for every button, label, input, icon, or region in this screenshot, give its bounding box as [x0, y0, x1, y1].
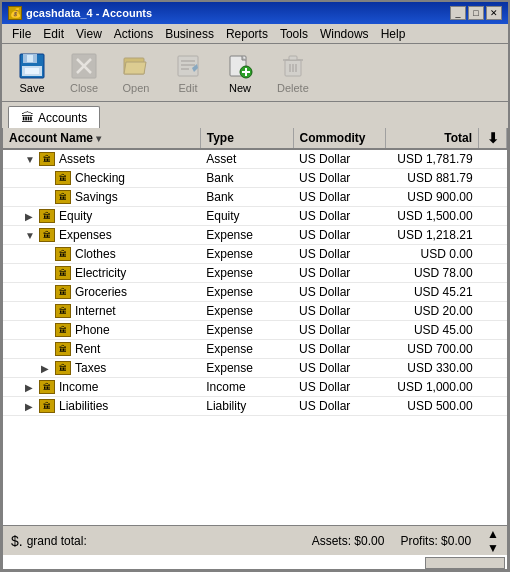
account-sort-8	[479, 302, 507, 321]
close-button[interactable]: ✕	[486, 6, 502, 20]
account-name-11: Taxes	[75, 361, 106, 375]
table-row[interactable]: 🏛 Rent Expense US Dollar USD 700.00	[3, 340, 507, 359]
status-arrow-up[interactable]: ▲▼	[487, 527, 499, 555]
menu-windows[interactable]: Windows	[314, 26, 375, 42]
account-total-2: USD 900.00	[386, 188, 479, 207]
table-row[interactable]: 🏛 Checking Bank US Dollar USD 881.79	[3, 169, 507, 188]
table-row[interactable]: ▼ 🏛 Expenses Expense US Dollar USD 1,218…	[3, 226, 507, 245]
tab-bar: 🏛 Accounts	[2, 102, 508, 128]
save-button[interactable]: Save	[8, 47, 56, 99]
edit-button[interactable]: Edit	[164, 47, 212, 99]
account-name-cell-4: ▼ 🏛 Expenses	[3, 226, 200, 245]
account-commodity-4: US Dollar	[293, 226, 386, 245]
table-row[interactable]: ▶ 🏛 Liabilities Liability US Dollar USD …	[3, 397, 507, 416]
main-window: 💰 gcashdata_4 - Accounts _ □ ✕ File Edit…	[0, 0, 510, 572]
account-name-cell-1: 🏛 Checking	[3, 169, 200, 188]
save-label: Save	[19, 82, 44, 94]
account-total-6: USD 78.00	[386, 264, 479, 283]
account-sort-13	[479, 397, 507, 416]
minimize-button[interactable]: _	[450, 6, 466, 20]
menu-help[interactable]: Help	[375, 26, 412, 42]
expand-icon-0[interactable]: ▼	[25, 154, 37, 165]
menu-business[interactable]: Business	[159, 26, 220, 42]
column-header-name[interactable]: Account Name ▾	[3, 128, 200, 149]
tab-accounts-label: Accounts	[38, 111, 87, 125]
horizontal-scrollbar[interactable]	[425, 557, 505, 569]
account-name-header: Account Name	[9, 131, 93, 145]
expand-icon-11[interactable]: ▶	[41, 363, 53, 374]
account-total-5: USD 0.00	[386, 245, 479, 264]
account-commodity-13: US Dollar	[293, 397, 386, 416]
menu-reports[interactable]: Reports	[220, 26, 274, 42]
total-label: Total	[444, 131, 472, 145]
account-icon-4: 🏛	[39, 228, 55, 242]
table-row[interactable]: 🏛 Groceries Expense US Dollar USD 45.21	[3, 283, 507, 302]
column-header-total[interactable]: Total	[386, 128, 479, 149]
scrollbar-area	[3, 555, 507, 569]
table-row[interactable]: ▶ 🏛 Income Income US Dollar USD 1,000.00	[3, 378, 507, 397]
account-icon-10: 🏛	[55, 342, 71, 356]
account-total-12: USD 1,000.00	[386, 378, 479, 397]
window-title: gcashdata_4 - Accounts	[26, 7, 152, 19]
maximize-button[interactable]: □	[468, 6, 484, 20]
status-right: Assets: $0.00 Profits: $0.00 ▲▼	[312, 527, 499, 555]
account-type-0: Asset	[200, 149, 293, 169]
account-name-13: Liabilities	[59, 399, 108, 413]
table-row[interactable]: 🏛 Electricity Expense US Dollar USD 78.0…	[3, 264, 507, 283]
table-row[interactable]: ▶ 🏛 Taxes Expense US Dollar USD 330.00	[3, 359, 507, 378]
column-header-commodity[interactable]: Commodity	[293, 128, 386, 149]
open-button[interactable]: Open	[112, 47, 160, 99]
account-table[interactable]: Account Name ▾ Type Commodity Total ⬇	[3, 128, 507, 525]
content-area: Account Name ▾ Type Commodity Total ⬇	[2, 128, 508, 570]
account-icon-12: 🏛	[39, 380, 55, 394]
account-icon-1: 🏛	[55, 171, 71, 185]
account-icon-3: 🏛	[39, 209, 55, 223]
expand-icon-3[interactable]: ▶	[25, 211, 37, 222]
table-row[interactable]: ▼ 🏛 Assets Asset US Dollar USD 1,781.79	[3, 149, 507, 169]
expand-icon-4[interactable]: ▼	[25, 230, 37, 241]
account-type-10: Expense	[200, 340, 293, 359]
grand-total-icon: $.	[11, 533, 23, 549]
account-name-cell-12: ▶ 🏛 Income	[3, 378, 200, 397]
account-commodity-1: US Dollar	[293, 169, 386, 188]
menu-actions[interactable]: Actions	[108, 26, 159, 42]
menu-file[interactable]: File	[6, 26, 37, 42]
sort-name-icon[interactable]: ▾	[96, 133, 101, 144]
close-button[interactable]: Close	[60, 47, 108, 99]
new-button[interactable]: New	[216, 47, 264, 99]
account-name-2: Savings	[75, 190, 118, 204]
table-row[interactable]: 🏛 Phone Expense US Dollar USD 45.00	[3, 321, 507, 340]
table-row[interactable]: ▶ 🏛 Equity Equity US Dollar USD 1,500.00	[3, 207, 507, 226]
svg-rect-2	[27, 55, 33, 62]
expand-icon-13[interactable]: ▶	[25, 401, 37, 412]
account-type-12: Income	[200, 378, 293, 397]
delete-button[interactable]: Delete	[268, 47, 318, 99]
delete-icon	[279, 52, 307, 80]
account-type-13: Liability	[200, 397, 293, 416]
column-header-sort[interactable]: ⬇	[479, 128, 507, 149]
account-name-5: Clothes	[75, 247, 116, 261]
tab-accounts[interactable]: 🏛 Accounts	[8, 106, 100, 128]
account-icon-0: 🏛	[39, 152, 55, 166]
close-icon	[70, 52, 98, 80]
menu-view[interactable]: View	[70, 26, 108, 42]
app-icon: 💰	[8, 6, 22, 20]
table-row[interactable]: 🏛 Internet Expense US Dollar USD 20.00	[3, 302, 507, 321]
account-type-5: Expense	[200, 245, 293, 264]
menu-edit[interactable]: Edit	[37, 26, 70, 42]
account-total-4: USD 1,218.21	[386, 226, 479, 245]
title-buttons: _ □ ✕	[450, 6, 502, 20]
menu-tools[interactable]: Tools	[274, 26, 314, 42]
account-sort-1	[479, 169, 507, 188]
open-icon	[122, 52, 150, 80]
edit-label: Edit	[179, 82, 198, 94]
account-sort-9	[479, 321, 507, 340]
expand-icon-12[interactable]: ▶	[25, 382, 37, 393]
account-name-cell-9: 🏛 Phone	[3, 321, 200, 340]
account-type-7: Expense	[200, 283, 293, 302]
table-row[interactable]: 🏛 Clothes Expense US Dollar USD 0.00	[3, 245, 507, 264]
column-header-type[interactable]: Type	[200, 128, 293, 149]
account-commodity-2: US Dollar	[293, 188, 386, 207]
table-row[interactable]: 🏛 Savings Bank US Dollar USD 900.00	[3, 188, 507, 207]
account-commodity-12: US Dollar	[293, 378, 386, 397]
